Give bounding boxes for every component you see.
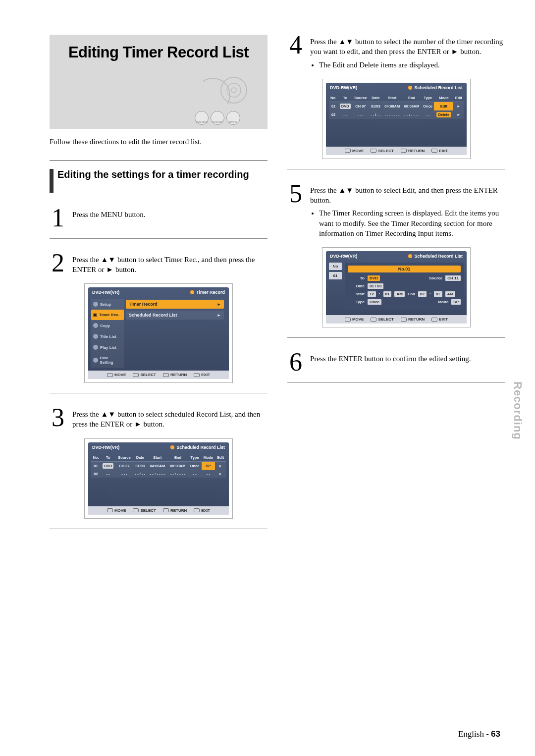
step-2: 2 Press the ▲▼ button to select Timer Re… xyxy=(50,253,268,275)
chevron-right-icon: ► xyxy=(217,302,221,307)
key-icon xyxy=(163,508,169,512)
to-field[interactable]: DVD xyxy=(368,275,380,281)
step-1: 1 Press the MENU button. xyxy=(50,208,268,228)
field-label: Start xyxy=(348,292,365,296)
divider xyxy=(50,529,268,529)
key-icon xyxy=(431,318,437,322)
scheduled-record-table: No.ToSourceDateStartEndTypeModeEdit 01 D… xyxy=(91,454,226,478)
sidebar-item[interactable]: Setup xyxy=(91,299,124,310)
osd-disc-label: DVD-RW(VR) xyxy=(330,254,357,259)
edit-panel-title: No.01 xyxy=(348,266,461,272)
edit-panel: No.01 To DVD Source CH 11 Date 01 / 03 xyxy=(345,263,464,310)
sidebar-item[interactable]: Disc Setting xyxy=(91,353,124,368)
sidebar-item[interactable]: Play List xyxy=(91,342,124,353)
up-down-icon: ▲▼ xyxy=(101,410,116,418)
key-icon xyxy=(133,508,139,512)
section-tab: Recording xyxy=(511,381,524,440)
section-heading: Editing the settings for a timer recordi… xyxy=(50,160,268,193)
osd-option[interactable]: Scheduled Record List► xyxy=(126,311,224,320)
sidebar-item[interactable]: Title List xyxy=(91,331,124,342)
osd-disc-label: DVD-RW(VR) xyxy=(92,445,119,450)
step-number: 2 xyxy=(50,253,66,275)
key-icon xyxy=(401,149,407,153)
key-icon xyxy=(431,149,437,153)
divider xyxy=(287,382,505,383)
osd-scheduled-record-edit-delete: DVD-RW(VR) Scheduled Record List No.ToSo… xyxy=(322,79,471,159)
osd-edit-form: DVD-RW(VR) Scheduled Record List No 01 N… xyxy=(322,247,471,327)
media-icon: DVD-RAM xyxy=(195,111,209,125)
mode-field[interactable]: SP xyxy=(451,299,461,305)
end-ampm-field[interactable]: AM xyxy=(445,291,455,297)
divider xyxy=(50,238,268,239)
step-bullet: The Edit and Delete items are displayed. xyxy=(319,60,505,70)
step-bullet: The Timer Recording screen is displayed.… xyxy=(319,208,505,238)
media-icon: DVD-R xyxy=(226,111,240,125)
record-dot-icon xyxy=(408,254,412,258)
edit-sidebar-value: 01 xyxy=(329,272,342,279)
table-row[interactable]: 02 - - - - - - - / - - - - : - - - - - -… xyxy=(91,470,226,478)
chevron-right-icon: ► xyxy=(215,461,226,470)
date-field[interactable]: 01 / 03 xyxy=(368,283,383,289)
edit-sidebar: No 01 xyxy=(329,263,342,310)
page-title: Editing Timer Record List xyxy=(59,44,258,61)
up-down-icon: ▲▼ xyxy=(339,37,354,46)
osd-footer: MOVE SELECT RETURN EXIT xyxy=(88,371,229,379)
step-text: Press the ▲▼ button to select scheduled … xyxy=(72,407,268,430)
start-min-field[interactable]: 01 xyxy=(383,291,392,297)
up-down-icon: ▲▼ xyxy=(101,255,116,264)
sidebar-item[interactable]: ▣Timer Rec. xyxy=(91,310,124,320)
end-hour-field[interactable]: 02 xyxy=(418,291,427,297)
media-icons: DVD-RAM DVD-RW DVD-R xyxy=(195,111,240,125)
osd-title: Scheduled Record List xyxy=(414,85,463,90)
page-footer: English - 63 xyxy=(458,729,500,739)
step-text: Press the ▲▼ button to select the number… xyxy=(310,35,505,70)
chevron-right-icon: ► xyxy=(215,470,226,478)
chevron-right-icon: ► xyxy=(217,313,221,318)
key-icon xyxy=(107,373,113,377)
key-icon xyxy=(371,149,376,153)
step-text: Press the ▲▼ button to select Edit, and … xyxy=(310,183,505,238)
step-4: 4 Press the ▲▼ button to select the numb… xyxy=(287,35,505,70)
key-icon xyxy=(107,508,113,512)
key-icon xyxy=(345,149,351,153)
table-row[interactable]: 01 DVD CH 07 01/03 04:08AM 06:08AM Once … xyxy=(91,461,226,470)
step-number: 3 xyxy=(50,407,66,430)
key-icon xyxy=(194,373,200,377)
svg-point-1 xyxy=(221,77,247,103)
edit-sidebar-label: No xyxy=(329,263,342,270)
divider xyxy=(287,169,505,169)
intro-text: Follow these directions to edit the time… xyxy=(50,138,268,146)
table-row[interactable]: 02 - - - - - - - / - - - - : - - - - - -… xyxy=(329,110,464,119)
step-6: 6 Press the ENTER button to confirm the … xyxy=(287,352,505,373)
osd-footer: MOVE SELECT RETURN EXIT xyxy=(326,315,467,324)
start-ampm-field[interactable]: AM xyxy=(394,291,404,297)
step-number: 5 xyxy=(287,183,304,238)
media-icon: DVD-RW xyxy=(211,111,224,125)
osd-disc-label: DVD-RW(VR) xyxy=(330,85,357,90)
chevron-right-icon: ► xyxy=(453,110,464,119)
heading-bar-icon xyxy=(50,169,54,193)
field-label: Source xyxy=(429,276,442,280)
sidebar-item[interactable]: Copy xyxy=(91,320,124,331)
step-text: Press the ▲▼ button to select Timer Rec.… xyxy=(72,253,268,275)
record-dot-icon xyxy=(170,445,174,449)
field-label: Type xyxy=(348,300,365,304)
osd-scheduled-record-list: DVD-RW(VR) Scheduled Record List No.ToSo… xyxy=(84,438,233,519)
divider xyxy=(50,393,268,393)
osd-title: Timer Record xyxy=(196,290,225,295)
key-icon xyxy=(401,318,407,322)
source-field[interactable]: CH 11 xyxy=(445,275,461,281)
osd-option[interactable]: Timer Record► xyxy=(126,300,224,309)
key-icon xyxy=(194,508,200,512)
record-dot-icon xyxy=(408,86,412,90)
key-icon xyxy=(133,373,139,377)
field-label: Mode xyxy=(438,300,448,304)
table-row[interactable]: 01 DVD CH 07 01/03 04:08AM 06:08AM Once … xyxy=(329,102,464,110)
osd-disc-label: DVD-RW(VR) xyxy=(92,290,119,295)
type-field[interactable]: Once xyxy=(368,299,381,305)
osd-footer: MOVE SELECT RETURN EXIT xyxy=(88,506,229,515)
start-hour-field[interactable]: 12 xyxy=(368,291,376,297)
end-min-field[interactable]: 01 xyxy=(434,291,442,297)
key-icon xyxy=(345,318,351,322)
field-label: Date xyxy=(348,284,365,288)
